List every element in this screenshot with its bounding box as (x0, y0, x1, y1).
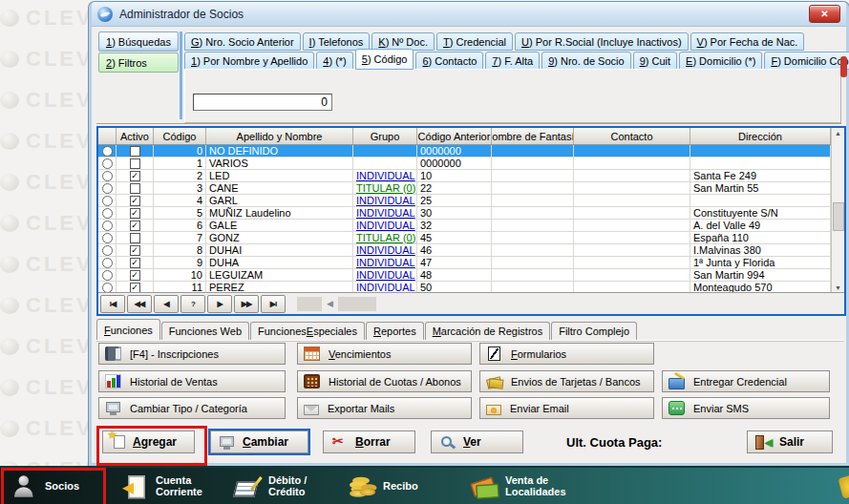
function-tab-0[interactable]: Funciones (96, 319, 160, 340)
action-button-enviar-sms[interactable]: Enviar SMS (662, 397, 830, 419)
row-radio[interactable] (102, 183, 113, 194)
table-row[interactable]: ✓10LEGUIZAMINDIVIDUAL48San Martin 994 (98, 269, 831, 282)
scroll-thumb[interactable] (833, 202, 844, 231)
grupo-link[interactable]: INDIVIDUAL (356, 245, 415, 256)
agregar-button[interactable]: Agregar (102, 430, 195, 453)
action-button-cambiar-tipo-categor-a[interactable]: Cambiar Tipo / Categoría (98, 397, 286, 419)
toolbar-item-cuenta-corriente[interactable]: CuentaCorriente (122, 468, 202, 504)
grupo-link[interactable]: INDIVIDUAL (356, 171, 415, 181)
row-active-checkbox[interactable]: ✓ (130, 171, 140, 181)
nav-button-6[interactable]: ▶I (261, 295, 286, 313)
row-radio[interactable] (102, 283, 113, 293)
search-tab-row2-0[interactable]: 1) Por Nombre y Apellido (184, 52, 314, 70)
row-active-checkbox[interactable]: ✓ (130, 283, 140, 293)
grupo-link[interactable]: INDIVIDUAL (356, 258, 415, 268)
nav-button-2[interactable]: ◀ (154, 295, 179, 313)
action-button-historial-de-cuotas-abonos[interactable]: Historial de Cuotas / Abonos (297, 370, 472, 392)
row-active-checkbox[interactable]: ✓ (130, 196, 140, 206)
action-button-envios-de-tarjetas-bancos[interactable]: Envios de Tarjetas / Bancos (479, 370, 654, 392)
nav-button-0[interactable]: I◀ (100, 295, 125, 313)
nav-button-5[interactable]: ▶▶ (234, 295, 259, 313)
grupo-link[interactable]: INDIVIDUAL (356, 208, 415, 219)
row-radio[interactable] (102, 196, 113, 206)
function-tab-2[interactable]: Funciones Especiales (250, 322, 365, 340)
search-tab-row2-5[interactable]: 9) Nro. de Socio (541, 52, 631, 70)
search-tab-row2-7[interactable]: E) Domicilio (*) (679, 52, 762, 70)
row-active-checkbox[interactable] (130, 183, 140, 194)
search-tab-row1-0[interactable]: G) Nro. Socio Anterior (184, 32, 301, 51)
search-tab-row1-4[interactable]: U) Por R.Social (Incluye Inactivos) (515, 32, 689, 51)
row-active-checkbox[interactable]: ✓ (130, 208, 140, 219)
search-tab-row2-1[interactable]: 4) (*) (316, 52, 352, 70)
row-radio[interactable] (102, 158, 113, 169)
scroll-up-icon[interactable]: ▲ (832, 130, 844, 136)
horizontal-scrollbar[interactable]: ◀ (297, 297, 376, 311)
cambiar-button[interactable]: Cambiar (210, 430, 308, 453)
row-active-checkbox[interactable] (130, 158, 140, 169)
action-button-vencimientos[interactable]: Vencimientos (297, 343, 472, 365)
action-button-historial-de-ventas[interactable]: Historial de Ventas (98, 370, 286, 392)
close-button[interactable]: ✕ (809, 5, 840, 23)
hscroll-left-icon[interactable]: ◀ (327, 299, 333, 308)
row-radio[interactable] (102, 245, 113, 256)
toolbar-item-recibo[interactable]: Recibo (350, 468, 418, 504)
grupo-link[interactable]: TITULAR (0) (356, 233, 415, 243)
action-button-f4-inscripciones[interactable]: [F4] - Inscripciones (98, 343, 286, 365)
sidebar-tab-2[interactable]: 2) Filtros (98, 52, 179, 73)
nav-button-1[interactable]: ◀◀ (127, 295, 152, 313)
grupo-link[interactable]: TITULAR (0) (356, 183, 415, 194)
row-active-checkbox[interactable]: ✓ (130, 220, 140, 231)
nav-button-3[interactable]: ? (180, 295, 205, 313)
scroll-down-icon[interactable]: ▼ (832, 284, 844, 291)
search-tab-row2-4[interactable]: 7) F. Alta (485, 52, 540, 70)
search-tab-row2-8[interactable]: F) Domicilio Cob. (764, 52, 849, 70)
table-row[interactable]: ✓6GALEINDIVIDUAL32A. del Valle 49 (98, 220, 831, 232)
grupo-link[interactable]: INDIVIDUAL (356, 220, 415, 231)
row-active-checkbox[interactable]: ✓ (130, 245, 140, 256)
function-tab-4[interactable]: Marcación de Registros (425, 322, 551, 340)
action-button-formularios[interactable]: Formularios (479, 343, 654, 365)
row-radio[interactable] (102, 233, 113, 243)
search-tab-row2-6[interactable]: 9) Cuit (633, 52, 677, 70)
hscroll-thumb[interactable] (338, 297, 376, 311)
action-button-enviar-email[interactable]: Enviar Email (479, 397, 654, 419)
table-row[interactable]: 7GONZTITULAR (0)45España 110 (98, 232, 831, 244)
function-tab-5[interactable]: Filtro Complejo (551, 322, 637, 340)
row-radio[interactable] (102, 220, 113, 231)
salir-button[interactable]: Salir (747, 430, 833, 453)
table-row[interactable]: ✓4GARLINDIVIDUAL25 (98, 195, 831, 207)
sidebar-tab-1[interactable]: 1) Búsquedas (98, 32, 179, 52)
search-tab-row1-5[interactable]: V) Por Fecha de Nac. (690, 32, 805, 51)
row-radio[interactable] (102, 270, 113, 281)
nav-button-4[interactable]: ▶ (207, 295, 232, 313)
row-radio[interactable] (102, 258, 113, 268)
table-row[interactable]: 3CANETITULAR (0)22San Martin 55 (98, 182, 831, 195)
action-button-exportar-mails[interactable]: Exportar Mails (297, 397, 472, 419)
row-radio[interactable] (102, 208, 113, 219)
table-row[interactable]: ✓5MUÑIZ LaudelinoINDIVIDUAL30Constituyen… (98, 207, 831, 220)
search-tab-row2-2[interactable]: 5) Código (355, 49, 414, 70)
row-active-checkbox[interactable] (130, 146, 140, 157)
function-tab-3[interactable]: Reportes (366, 322, 424, 340)
ver-button[interactable]: Ver (431, 430, 523, 453)
toolbar-item-venta-de-localidades[interactable]: Venta deLocalidades (472, 468, 566, 504)
row-active-checkbox[interactable]: ✓ (130, 270, 140, 281)
borrar-button[interactable]: Borrar (323, 430, 415, 453)
table-row[interactable]: ✓2LEDINDIVIDUAL10Santa Fe 249 (98, 170, 831, 182)
table-row[interactable]: ✓8DUHAIINDIVIDUAL46I.Malvinas 380 (98, 244, 831, 257)
toolbar-item-socios[interactable]: Socios (11, 468, 79, 504)
row-active-checkbox[interactable] (130, 233, 140, 243)
table-row[interactable]: 0NO DEFINIDO0000000 (98, 145, 831, 158)
table-row[interactable]: 1VARIOS0000000 (98, 158, 831, 170)
search-tab-row1-3[interactable]: T) Credencial (436, 32, 513, 51)
grupo-link[interactable]: INDIVIDUAL (356, 270, 415, 281)
search-tab-row2-3[interactable]: 6) Contacto (415, 52, 483, 70)
grupo-link[interactable]: INDIVIDUAL (356, 196, 415, 206)
row-radio[interactable] (102, 171, 113, 181)
vertical-scrollbar[interactable]: ▲ ▼ (831, 128, 844, 293)
function-tab-1[interactable]: Funciones Web (161, 322, 249, 340)
row-active-checkbox[interactable]: ✓ (130, 258, 140, 268)
grupo-link[interactable]: INDIVIDUAL (356, 283, 415, 293)
toolbar-item-d-bito-cr-dito[interactable]: Débito /Crédito (235, 468, 307, 504)
action-button-entregar-credencial[interactable]: Entregar Credencial (662, 370, 830, 392)
